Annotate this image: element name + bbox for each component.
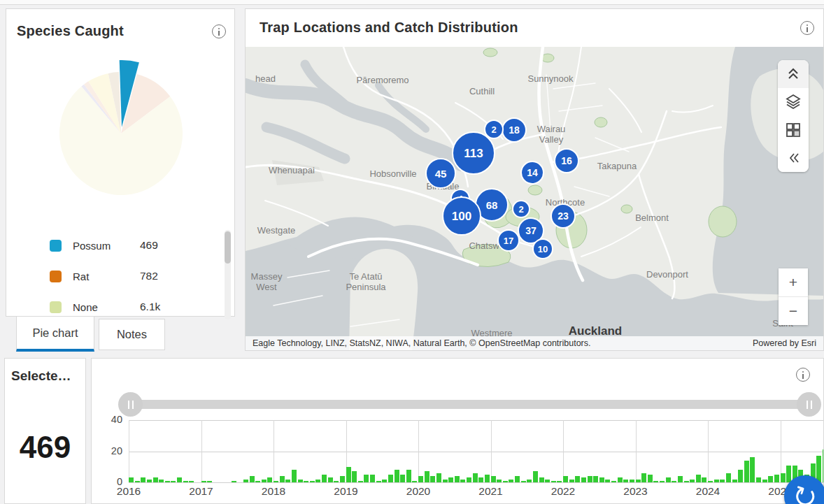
bar[interactable] — [714, 480, 719, 482]
bar[interactable] — [310, 481, 315, 482]
bar[interactable] — [702, 477, 706, 482]
bar[interactable] — [588, 476, 592, 482]
cluster-marker-14[interactable]: 14 — [521, 161, 544, 184]
bar[interactable] — [400, 475, 405, 482]
layers-button[interactable] — [778, 88, 809, 116]
bar[interactable] — [557, 481, 562, 482]
bar[interactable] — [485, 475, 490, 482]
bar[interactable] — [376, 481, 381, 482]
bar[interactable] — [207, 481, 212, 482]
bar[interactable] — [618, 477, 623, 482]
bar[interactable] — [581, 477, 586, 482]
bar[interactable] — [630, 480, 634, 482]
bar[interactable] — [623, 480, 628, 482]
bar[interactable] — [768, 476, 773, 482]
cluster-marker-100[interactable]: 100 — [443, 197, 481, 235]
bar[interactable] — [382, 480, 387, 482]
bar[interactable] — [660, 481, 665, 482]
bar[interactable] — [147, 480, 152, 482]
bar[interactable] — [750, 457, 755, 482]
bar[interactable] — [334, 481, 339, 482]
bar[interactable] — [636, 480, 641, 482]
bar[interactable] — [539, 477, 544, 482]
bar[interactable] — [599, 477, 604, 482]
bar[interactable] — [315, 480, 320, 482]
bar[interactable] — [460, 480, 465, 482]
bar[interactable] — [533, 471, 538, 482]
bar[interactable] — [738, 470, 743, 482]
slider-handle-left[interactable] — [118, 392, 143, 417]
bar[interactable] — [298, 480, 303, 482]
bar[interactable] — [352, 471, 357, 482]
cluster-marker-23[interactable]: 23 — [551, 204, 575, 228]
bar[interactable] — [425, 471, 429, 482]
bar[interactable] — [509, 480, 513, 482]
bar[interactable] — [726, 473, 731, 482]
bar[interactable] — [328, 477, 333, 482]
collapse-left-button[interactable] — [778, 144, 809, 172]
bar[interactable] — [611, 481, 616, 482]
legend-row-possum[interactable]: Possum469 — [6, 230, 236, 261]
bar[interactable] — [744, 461, 749, 482]
bar[interactable] — [455, 476, 460, 482]
bar[interactable] — [690, 480, 695, 482]
bar[interactable] — [696, 475, 701, 482]
bar[interactable] — [448, 477, 453, 482]
bar[interactable] — [370, 475, 375, 482]
bar[interactable] — [364, 475, 369, 482]
tab-pie-chart[interactable]: Pie chart — [16, 317, 94, 352]
zoom-out-button[interactable]: − — [779, 296, 808, 325]
bar[interactable] — [177, 477, 182, 482]
bar[interactable] — [666, 477, 671, 482]
bar[interactable] — [497, 480, 502, 482]
bar[interactable] — [521, 481, 526, 482]
bar[interactable] — [304, 481, 308, 482]
bar[interactable] — [280, 476, 285, 482]
bar[interactable] — [412, 481, 417, 482]
bar[interactable] — [762, 480, 767, 482]
bar[interactable] — [135, 481, 140, 482]
bar[interactable] — [816, 456, 821, 482]
collapse-up-button[interactable] — [778, 60, 809, 88]
bar[interactable] — [545, 480, 550, 482]
bar[interactable] — [527, 480, 532, 482]
bar[interactable] — [250, 476, 255, 482]
bar[interactable] — [563, 476, 568, 482]
bar[interactable] — [605, 480, 610, 482]
bar[interactable] — [569, 480, 574, 482]
bar[interactable] — [641, 473, 646, 482]
bar[interactable] — [478, 477, 483, 482]
zoom-in-button[interactable]: + — [779, 268, 808, 296]
bar[interactable] — [189, 481, 194, 482]
bar[interactable] — [672, 481, 676, 482]
bar[interactable] — [781, 473, 786, 482]
bar[interactable] — [346, 467, 351, 482]
bar[interactable] — [443, 480, 448, 482]
bar[interactable] — [684, 481, 689, 482]
cluster-marker-18[interactable]: 18 — [502, 118, 526, 142]
bar[interactable] — [406, 470, 411, 482]
bar[interactable] — [774, 475, 779, 482]
info-icon[interactable] — [800, 21, 814, 35]
tab-notes[interactable]: Notes — [99, 319, 165, 350]
cluster-marker-113[interactable]: 113 — [453, 132, 495, 174]
bar[interactable] — [575, 476, 580, 482]
bar[interactable] — [653, 481, 658, 482]
bar[interactable] — [732, 480, 737, 482]
info-icon[interactable] — [796, 368, 810, 382]
info-icon[interactable] — [212, 24, 226, 38]
bar[interactable] — [473, 473, 478, 482]
bar[interactable] — [267, 477, 272, 482]
legend-row-rat[interactable]: Rat782 — [6, 261, 236, 291]
bar[interactable] — [648, 475, 653, 482]
cluster-marker-10[interactable]: 10 — [533, 239, 553, 259]
legend-scrollbar-thumb[interactable] — [225, 231, 231, 264]
bar[interactable] — [232, 481, 236, 482]
time-range-slider[interactable] — [125, 400, 815, 409]
bar[interactable] — [159, 480, 164, 482]
bar[interactable] — [467, 477, 471, 482]
cluster-marker-2[interactable]: 2 — [485, 120, 503, 138]
bar[interactable] — [388, 475, 393, 482]
bar[interactable] — [358, 481, 363, 482]
slider-handle-right[interactable] — [797, 392, 821, 417]
